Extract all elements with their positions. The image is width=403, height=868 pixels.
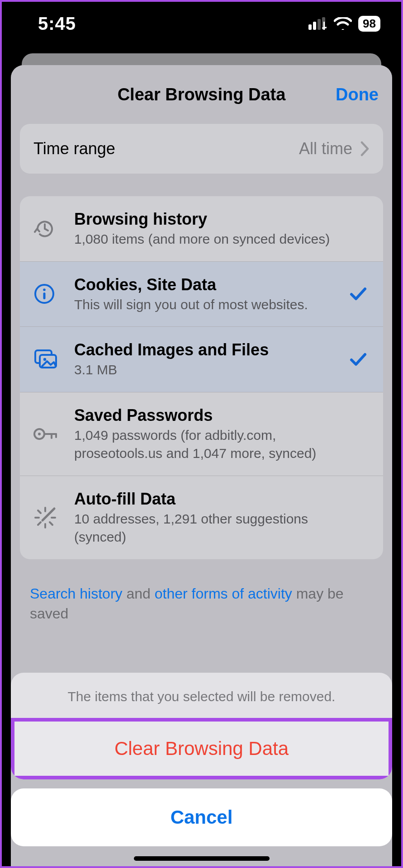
item-title: Saved Passwords [74,405,342,425]
history-icon [33,217,56,240]
key-icon [33,426,59,442]
action-sheet-group: The items that you selected will be remo… [11,673,392,779]
action-sheet: The items that you selected will be remo… [11,673,392,846]
svg-rect-2 [318,19,321,30]
saved-passwords-row[interactable]: Saved Passwords 1,049 passwords (for adb… [20,392,383,476]
cached-images-row[interactable]: Cached Images and Files 3.1 MB [20,326,383,392]
svg-line-20 [38,522,41,525]
status-time: 5:45 [38,14,76,34]
clear-browsing-data-button[interactable]: Clear Browsing Data [14,722,389,776]
svg-line-18 [38,510,41,513]
svg-line-22 [43,509,54,520]
svg-rect-0 [308,24,312,30]
search-history-link[interactable]: Search history [30,585,123,602]
svg-point-11 [43,358,46,361]
svg-point-13 [38,433,41,435]
info-icon [33,283,55,305]
cookies-row[interactable]: Cookies, Site Data This will sign you ou… [20,261,383,327]
images-icon [33,349,58,370]
status-bar: 5:45 98 [2,2,401,52]
done-button[interactable]: Done [336,65,379,124]
item-title: Cookies, Site Data [74,274,342,295]
battery-indicator: 98 [358,16,380,32]
footer-text: Search history and other forms of activi… [20,582,383,624]
time-range-label: Time range [33,139,299,158]
status-icons: 98 [308,16,380,32]
svg-point-7 [43,288,46,291]
time-range-value: All time [299,139,352,158]
item-title: Auto-fill Data [74,489,342,509]
checkmark-icon [349,284,368,303]
svg-rect-4 [323,22,325,30]
wand-icon [33,506,57,529]
item-subtitle: 1,049 passwords (for adbitly.com, proseo… [74,426,342,463]
item-subtitle: 3.1 MB [74,361,342,379]
battery-percent: 98 [363,17,376,31]
action-sheet-message: The items that you selected will be remo… [11,673,392,718]
chevron-right-icon [360,141,370,156]
cellular-icon [308,17,327,30]
sheet-header: Clear Browsing Data Done [11,65,392,124]
time-range-row[interactable]: Time range All time [20,124,383,174]
time-range-group: Time range All time [20,124,383,174]
item-title: Browsing history [74,209,342,229]
item-subtitle: 10 addresses, 1,291 other suggestions (s… [74,510,342,547]
page-title: Clear Browsing Data [118,85,286,104]
checkmark-icon [349,350,368,369]
item-subtitle: This will sign you out of most websites. [74,296,342,314]
autofill-row[interactable]: Auto-fill Data 10 addresses, 1,291 other… [20,476,383,559]
item-subtitle: 1,080 items (and more on synced devices) [74,230,342,249]
svg-rect-1 [313,22,316,30]
home-indicator[interactable] [134,856,270,861]
browsing-history-row[interactable]: Browsing history 1,080 items (and more o… [20,196,383,261]
highlight-annotation: Clear Browsing Data [11,718,392,779]
other-activity-link[interactable]: other forms of activity [155,585,292,602]
svg-line-19 [50,522,52,525]
item-title: Cached Images and Files [74,340,342,360]
data-types-group: Browsing history 1,080 items (and more o… [20,196,383,559]
svg-rect-8 [43,292,46,299]
cancel-button[interactable]: Cancel [11,788,392,846]
wifi-icon [334,17,352,30]
